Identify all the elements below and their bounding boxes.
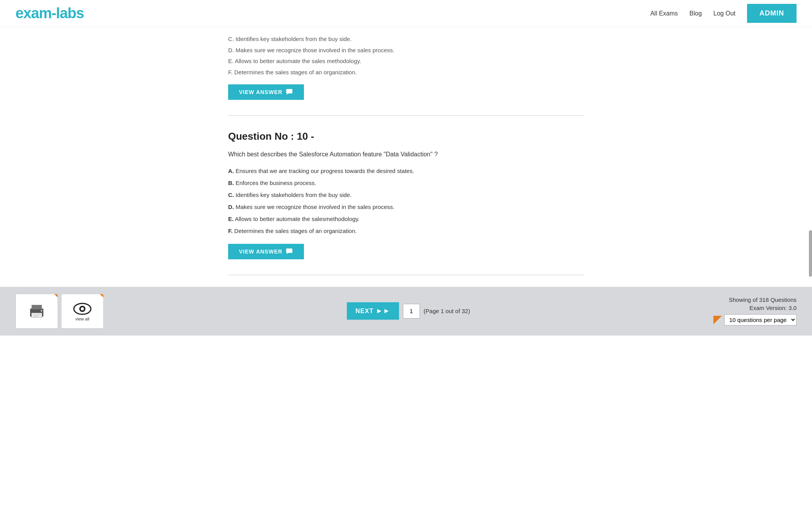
svg-rect-5 [32, 305, 42, 309]
prev-option-d: D. Makes sure we recognize those involve… [228, 46, 584, 55]
printer-icon [27, 303, 46, 319]
view-all-label: view all [75, 317, 89, 321]
scrollbar[interactable] [809, 230, 812, 277]
view-all-card[interactable]: PREMIUM view all [61, 294, 104, 329]
svg-rect-8 [33, 316, 38, 317]
nav-all-exams[interactable]: All Exams [650, 10, 678, 17]
eye-icon [73, 301, 92, 317]
question-10-options: A. Ensures that we are tracking our prog… [228, 166, 584, 236]
svg-rect-0 [286, 89, 292, 94]
page-info: (Page 1 out of 32) [424, 308, 470, 314]
view-answer-label: VIEW ANSWER [239, 248, 282, 255]
divider-1 [228, 115, 584, 116]
view-answer-button[interactable]: VIEW ANSWER [228, 244, 304, 259]
footer-left: PREMIUM PREMIUM view all [15, 294, 104, 329]
svg-rect-6 [32, 313, 42, 317]
option-a: A. Ensures that we are tracking our prog… [228, 166, 584, 176]
nav-blog[interactable]: Blog [689, 10, 702, 17]
nav-links: All Exams Blog Log Out ADMIN [650, 4, 797, 23]
question-10-block: Question No : 10 - Which best describes … [228, 127, 584, 271]
svg-rect-7 [33, 314, 40, 315]
chat-icon-2 [286, 248, 293, 255]
admin-button[interactable]: ADMIN [747, 4, 797, 23]
print-premium-badge: PREMIUM [41, 294, 58, 301]
option-b: B. Enforces the business process. [228, 178, 584, 188]
question-10-title: Question No : 10 - [228, 130, 584, 142]
footer-right: Showing of 318 Questions Exam Version: 3… [713, 296, 797, 325]
prev-option-e: E. Allows to better automate the sales m… [228, 57, 584, 66]
per-page-premium-corner [713, 316, 722, 324]
prev-option-c: C. Identifies key stakeholders from the … [228, 35, 584, 44]
prev-view-answer-button[interactable]: VIEW ANSWER [228, 84, 304, 100]
next-button[interactable]: NEXT ►► [347, 302, 399, 320]
option-d: D. Makes sure we recognize those involve… [228, 202, 584, 212]
print-card[interactable]: PREMIUM [15, 294, 58, 329]
option-e: E. Allows to better automate the salesme… [228, 214, 584, 224]
next-arrows-icon: ►► [376, 307, 391, 315]
svg-marker-1 [286, 94, 288, 95]
question-10-text: Which best describes the Salesforce Auto… [228, 149, 584, 159]
footer-center: NEXT ►► (Page 1 out of 32) [347, 302, 470, 320]
prev-option-f: F. Determines the sales stages of an org… [228, 68, 584, 77]
nav-log-out[interactable]: Log Out [713, 10, 735, 17]
footer: PREMIUM PREMIUM view all NEXT ► [0, 287, 812, 336]
header: exam-labs All Exams Blog Log Out ADMIN [0, 0, 812, 27]
svg-point-12 [81, 307, 84, 310]
svg-rect-2 [286, 248, 292, 253]
showing-questions: Showing of 318 Questions [713, 296, 797, 303]
svg-marker-3 [286, 253, 288, 254]
divider-2 [228, 275, 584, 275]
next-label: NEXT [355, 308, 374, 315]
main-content: C. Identifies key stakeholders from the … [217, 27, 595, 275]
exam-version: Exam Version: 3.0 [713, 305, 797, 311]
logo: exam-labs [15, 5, 84, 22]
prev-question-partial: C. Identifies key stakeholders from the … [228, 27, 584, 111]
svg-point-9 [41, 310, 42, 312]
per-page-select[interactable]: 10 questions per page 20 questions per p… [724, 314, 797, 325]
option-c: C. Identifies key stakeholders from the … [228, 190, 584, 200]
prev-view-answer-label: VIEW ANSWER [239, 89, 282, 95]
option-f: F. Determines the sales stages of an org… [228, 226, 584, 236]
chat-icon [286, 89, 293, 95]
view-all-premium-badge: PREMIUM [86, 294, 104, 301]
page-input[interactable] [403, 304, 420, 319]
per-page-wrap: 10 questions per page 20 questions per p… [713, 314, 797, 325]
